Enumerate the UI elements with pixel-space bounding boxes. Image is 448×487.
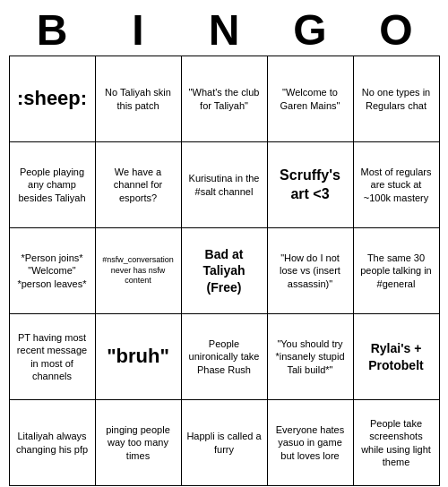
bingo-cell-r1c0[interactable]: People playing any champ besides Taliyah xyxy=(10,142,96,228)
letter-g: G xyxy=(267,9,353,52)
bingo-cell-r1c1[interactable]: We have a channel for esports? xyxy=(96,142,182,228)
bingo-cell-r1c4[interactable]: Most of regulars are stuck at ~100k mast… xyxy=(354,142,440,228)
bingo-cell-r3c3[interactable]: "You should try *insanely stupid Tali bu… xyxy=(268,314,354,400)
letter-n: N xyxy=(181,9,267,52)
bingo-cell-r2c4[interactable]: The same 30 people talking in #general xyxy=(354,228,440,314)
bingo-cell-r4c1[interactable]: pinging people way too many times xyxy=(96,400,182,486)
bingo-cell-r3c2[interactable]: People unironically take Phase Rush xyxy=(182,314,268,400)
bingo-cell-r3c0[interactable]: PT having most recent message in most of… xyxy=(10,314,96,400)
bingo-cell-r0c4[interactable]: No one types in Regulars chat xyxy=(354,56,440,142)
bingo-cell-r0c0[interactable]: :sheep: xyxy=(10,56,96,142)
letter-i: I xyxy=(95,9,181,52)
bingo-cell-r4c3[interactable]: Everyone hates yasuo in game but loves l… xyxy=(268,400,354,486)
bingo-cell-r0c2[interactable]: "What's the club for Taliyah" xyxy=(182,56,268,142)
bingo-cell-r2c3[interactable]: "How do I not lose vs (insert assassin)" xyxy=(268,228,354,314)
bingo-cell-r2c2[interactable]: Bad at Taliyah (Free) xyxy=(182,228,268,314)
bingo-cell-r4c0[interactable]: Litaliyah always changing his pfp xyxy=(10,400,96,486)
bingo-cell-r4c4[interactable]: People take screenshots while using ligh… xyxy=(354,400,440,486)
bingo-cell-r0c1[interactable]: No Taliyah skin this patch xyxy=(96,56,182,142)
bingo-cell-r1c2[interactable]: Kurisutina in the #salt channel xyxy=(182,142,268,228)
letter-b: B xyxy=(9,9,95,52)
bingo-cell-r1c3[interactable]: Scruffy's art <3 xyxy=(268,142,354,228)
letter-o: O xyxy=(353,9,439,52)
bingo-cell-r4c2[interactable]: Happli is called a furry xyxy=(182,400,268,486)
bingo-grid: :sheep:No Taliyah skin this patch"What's… xyxy=(9,56,440,486)
bingo-cell-r0c3[interactable]: "Welcome to Garen Mains" xyxy=(268,56,354,142)
bingo-cell-r3c4[interactable]: Rylai's + Protobelt xyxy=(354,314,440,400)
bingo-cell-r3c1[interactable]: "bruh" xyxy=(96,314,182,400)
bingo-cell-r2c1[interactable]: #nsfw_conversation never has nsfw conten… xyxy=(96,228,182,314)
bingo-cell-r2c0[interactable]: *Person joins* "Welcome" *person leaves* xyxy=(10,228,96,314)
bingo-title: B I N G O xyxy=(9,9,439,52)
